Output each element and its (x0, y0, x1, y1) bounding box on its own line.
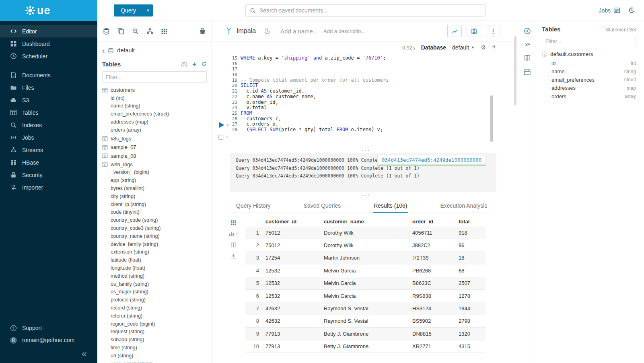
query-name-input[interactable] (280, 28, 319, 35)
editor-scrollbar[interactable] (490, 95, 493, 142)
result-row[interactable]: 977913Betty J. GiambroneDN88151320 (245, 328, 486, 340)
query-description-input[interactable] (323, 28, 370, 34)
assist-column[interactable]: extension (string) (102, 248, 207, 256)
result-row[interactable]: 412532Melvin GarciaPB626868 (245, 264, 486, 277)
search-plus-icon[interactable] (132, 28, 139, 35)
assist-column[interactable]: referer (string) (102, 312, 207, 320)
sidebar-item-user[interactable]: R romain@gethue.com (0, 334, 97, 346)
assist-table-customers[interactable]: customers (102, 86, 207, 95)
result-row[interactable]: 1077913Betty J. GiambroneXR27714315 (245, 340, 486, 353)
context-filter-input[interactable] (542, 36, 636, 46)
assist-column[interactable]: code (tinyint) (102, 208, 207, 217)
tab-execution-analysis[interactable]: Execution Analysis (439, 198, 488, 212)
assist-column[interactable]: request (string) (102, 328, 207, 336)
chart-button[interactable] (447, 25, 462, 37)
tab-results-106-[interactable]: Results (106) (373, 198, 408, 212)
assist-column[interactable]: longitude (float) (102, 264, 207, 272)
result-row[interactable]: 175012Dorothy Wilk4056711918 (245, 227, 486, 239)
sidebar-item-dashboard[interactable]: Dashboard (0, 37, 97, 50)
functions-icon[interactable]: x² (525, 41, 530, 47)
sidebar-item-tables[interactable]: Tables (0, 106, 97, 119)
assist-column[interactable]: id (int) (102, 95, 207, 103)
sidebar-item-support[interactable]: ? Support (0, 322, 97, 334)
assist-column[interactable]: region_code (bigint) (102, 320, 207, 328)
format-options-icon[interactable]: ▼ (225, 136, 228, 139)
assist-column[interactable]: country_code3 (string) (102, 225, 207, 233)
refresh-icon[interactable] (201, 61, 207, 67)
context-table[interactable]: i default.customers (542, 51, 636, 57)
sql-editor[interactable]: ▼ ▼ 15WHERE a.key = 'shipping' and a.zip… (212, 54, 520, 147)
context-column-orders[interactable]: ordersarray (542, 92, 636, 101)
context-column-name[interactable]: namestring (542, 68, 636, 76)
execute-button[interactable] (218, 121, 225, 129)
context-column-addresses[interactable]: addressesmap (542, 84, 636, 93)
hue-logo[interactable]: ue (0, 0, 97, 21)
sidebar-item-documents[interactable]: Documents (0, 69, 97, 81)
sidebar-item-editor[interactable]: Editor (0, 25, 97, 37)
assist-column[interactable]: client_ip (string) (102, 201, 207, 209)
assist-column[interactable]: addresses (map) (102, 118, 207, 126)
assist-column[interactable]: orders (array) (102, 126, 207, 134)
sidebar-item-streams[interactable]: Streams (0, 144, 97, 156)
tab-query-history[interactable]: Query History (235, 198, 272, 212)
tab-saved-queries[interactable]: Saved Queries (303, 198, 342, 212)
context-column-id[interactable]: idint (542, 59, 636, 68)
breadcrumb-database[interactable]: default (117, 47, 135, 54)
assist-column[interactable]: protocol (string) (102, 296, 207, 304)
assist-column[interactable]: latitude (float) (102, 256, 207, 264)
assist-filter-input[interactable] (102, 71, 207, 82)
assist-column[interactable]: country_code (string) (102, 217, 207, 225)
assist-column[interactable]: bytes (smallint) (102, 185, 207, 193)
more-actions-button[interactable]: ⋮ (486, 25, 500, 37)
grid-view-icon[interactable] (230, 219, 237, 225)
documents-icon[interactable] (117, 28, 124, 35)
context-column-email_preferences[interactable]: email_preferencesstruct (542, 76, 636, 84)
assist-column[interactable]: url (string) (102, 352, 207, 360)
assist-column[interactable]: app (string) (102, 177, 207, 185)
assist-column[interactable]: device_family (string) (102, 241, 207, 249)
assist-column[interactable]: city (string) (102, 193, 207, 201)
sidebar-item-s3[interactable]: S3 (0, 94, 97, 106)
assist-table-sample_08[interactable]: sample_08 (102, 151, 207, 160)
result-row[interactable]: 275012Dorothy WilkJ882C296 (245, 239, 486, 252)
query-id-popup[interactable]: 034d413ec7474ed5:4249de1000000000 (377, 155, 486, 165)
collapse-sidebar-icon[interactable]: « (82, 349, 87, 359)
result-row[interactable]: 512532Melvin GarciaB8623C2507 (245, 277, 486, 290)
column-header[interactable]: customer_id (265, 219, 324, 225)
help-icon[interactable]: ? (492, 44, 496, 51)
assist-table-sample_07[interactable]: sample_07 (102, 143, 207, 152)
column-header[interactable]: customer_name (324, 219, 412, 225)
history-icon[interactable] (628, 7, 635, 14)
result-row[interactable]: 742632Raymond S. VestalHS31241944 (245, 302, 486, 315)
sidebar-item-hbase[interactable]: HBase (0, 156, 97, 169)
assist-column[interactable]: method (string) (102, 272, 207, 280)
assist-column[interactable]: record (string) (102, 304, 207, 312)
chevron-left-icon[interactable]: ‹ (102, 47, 105, 54)
databases-icon[interactable] (103, 28, 110, 35)
execute-options-icon[interactable]: ▼ (226, 124, 229, 127)
result-row[interactable]: 317254Martin JohnsonI72T3918 (245, 252, 486, 264)
assist-column[interactable]: time (string) (102, 344, 207, 352)
result-row[interactable]: 612532Melvin GarciaR9S8381278 (245, 290, 486, 302)
query-dropdown-button[interactable]: ▼ (143, 4, 153, 16)
resize-handle-bottom[interactable] (212, 192, 520, 198)
assist-table-k8s_logs[interactable]: k8s_logs (102, 134, 207, 143)
query-history-icon[interactable] (264, 28, 271, 35)
sitemap-icon[interactable] (146, 28, 153, 35)
assist-column[interactable]: email_preferences (struct) (102, 110, 207, 118)
add-table-icon[interactable]: + (192, 61, 196, 68)
assist-column[interactable]: country_name (string) (102, 233, 207, 241)
sidebar-item-scheduler[interactable]: Scheduler (0, 50, 97, 62)
download-icon[interactable] (230, 253, 237, 259)
column-header[interactable]: total (459, 219, 485, 225)
result-row[interactable]: 842632Raymond S. VestalBS59022798 (245, 315, 486, 328)
schedule-icon[interactable] (524, 68, 531, 76)
sidebar-item-importer[interactable]: Importer (0, 181, 97, 194)
page-scrollbar[interactable] (514, 36, 516, 105)
assist-column[interactable]: user_agent (string) (102, 360, 207, 363)
search-input[interactable] (259, 7, 481, 14)
sidebar-item-files[interactable]: Files (0, 81, 97, 94)
assist-table-web_logs[interactable]: web_logs (102, 160, 207, 169)
assist-column[interactable]: os_family (string) (102, 280, 207, 289)
format-button[interactable] (218, 134, 224, 140)
